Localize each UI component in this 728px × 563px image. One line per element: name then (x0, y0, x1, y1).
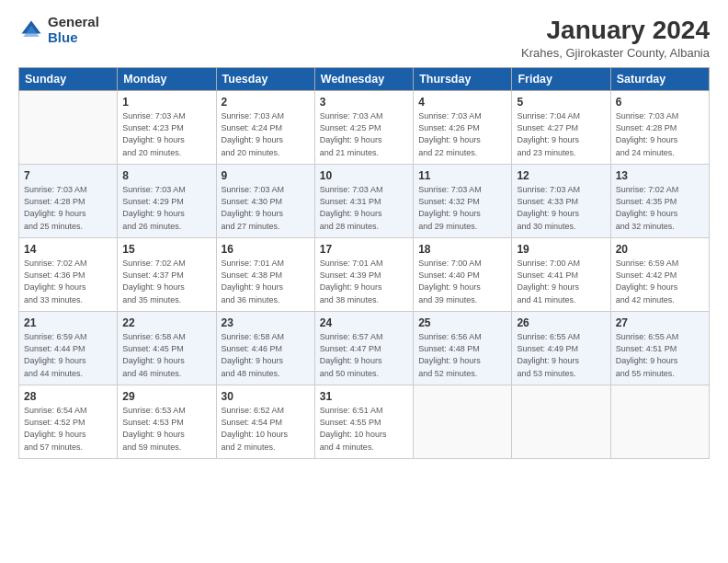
day-info: Sunrise: 6:51 AM Sunset: 4:55 PM Dayligh… (320, 405, 408, 453)
day-info: Sunrise: 7:03 AM Sunset: 4:31 PM Dayligh… (320, 184, 408, 232)
day-number: 25 (418, 316, 506, 331)
calendar-day-cell: 24Sunrise: 6:57 AM Sunset: 4:47 PM Dayli… (314, 311, 413, 385)
calendar-day-cell: 28Sunrise: 6:54 AM Sunset: 4:52 PM Dayli… (19, 385, 118, 458)
calendar-day-cell: 25Sunrise: 6:56 AM Sunset: 4:48 PM Dayli… (414, 311, 512, 385)
calendar-day-cell (414, 385, 512, 458)
day-info: Sunrise: 6:55 AM Sunset: 4:51 PM Dayligh… (616, 331, 704, 379)
calendar-day-cell: 8Sunrise: 7:03 AM Sunset: 4:29 PM Daylig… (118, 164, 216, 237)
calendar-day-cell: 21Sunrise: 6:59 AM Sunset: 4:44 PM Dayli… (19, 311, 118, 385)
day-info: Sunrise: 7:03 AM Sunset: 4:33 PM Dayligh… (517, 184, 605, 232)
day-info: Sunrise: 7:02 AM Sunset: 4:35 PM Dayligh… (616, 184, 704, 232)
day-number: 14 (24, 242, 112, 258)
day-info: Sunrise: 7:00 AM Sunset: 4:41 PM Dayligh… (517, 258, 605, 305)
day-number: 5 (517, 95, 605, 110)
day-number: 20 (616, 242, 704, 258)
calendar-day-cell (610, 385, 709, 458)
calendar-table: SundayMondayTuesdayWednesdayThursdayFrid… (18, 67, 710, 459)
calendar-day-cell: 12Sunrise: 7:03 AM Sunset: 4:33 PM Dayli… (512, 164, 610, 237)
day-number: 10 (320, 168, 408, 184)
day-header: Sunday (19, 67, 118, 90)
header: General Blue January 2024 Krahes, Gjirok… (18, 15, 710, 60)
day-info: Sunrise: 6:59 AM Sunset: 4:42 PM Dayligh… (616, 258, 704, 305)
day-info: Sunrise: 7:03 AM Sunset: 4:26 PM Dayligh… (418, 110, 506, 158)
day-number: 15 (122, 242, 210, 258)
calendar-day-cell: 27Sunrise: 6:55 AM Sunset: 4:51 PM Dayli… (610, 311, 709, 385)
day-header: Wednesday (314, 67, 413, 90)
day-info: Sunrise: 7:02 AM Sunset: 4:36 PM Dayligh… (24, 258, 112, 305)
calendar-header-row: SundayMondayTuesdayWednesdayThursdayFrid… (19, 67, 710, 90)
day-number: 31 (320, 389, 408, 405)
calendar-day-cell: 14Sunrise: 7:02 AM Sunset: 4:36 PM Dayli… (19, 237, 118, 311)
day-number: 8 (122, 168, 210, 184)
day-info: Sunrise: 7:03 AM Sunset: 4:25 PM Dayligh… (320, 110, 408, 158)
logo: General Blue (18, 15, 99, 45)
day-info: Sunrise: 7:03 AM Sunset: 4:28 PM Dayligh… (24, 184, 112, 232)
day-info: Sunrise: 7:03 AM Sunset: 4:29 PM Dayligh… (122, 184, 210, 232)
day-number: 16 (222, 242, 310, 258)
calendar-day-cell: 15Sunrise: 7:02 AM Sunset: 4:37 PM Dayli… (118, 237, 216, 311)
calendar-day-cell: 31Sunrise: 6:51 AM Sunset: 4:55 PM Dayli… (314, 385, 413, 458)
calendar-day-cell: 11Sunrise: 7:03 AM Sunset: 4:32 PM Dayli… (414, 164, 512, 237)
logo-text: General Blue (48, 15, 99, 45)
day-number: 22 (122, 316, 210, 331)
day-number: 27 (616, 316, 704, 331)
day-number: 26 (517, 316, 605, 331)
calendar-day-cell: 13Sunrise: 7:02 AM Sunset: 4:35 PM Dayli… (610, 164, 709, 237)
day-number: 28 (24, 389, 112, 405)
day-info: Sunrise: 6:54 AM Sunset: 4:52 PM Dayligh… (24, 405, 112, 453)
day-number: 11 (418, 168, 506, 184)
calendar-day-cell: 1Sunrise: 7:03 AM Sunset: 4:23 PM Daylig… (118, 90, 216, 164)
calendar-day-cell (19, 90, 118, 164)
calendar-day-cell: 2Sunrise: 7:03 AM Sunset: 4:24 PM Daylig… (216, 90, 314, 164)
day-number: 29 (122, 389, 210, 405)
day-info: Sunrise: 6:52 AM Sunset: 4:54 PM Dayligh… (222, 405, 310, 453)
title-block: January 2024 Krahes, Gjirokaster County,… (521, 15, 710, 60)
day-number: 18 (418, 242, 506, 258)
subtitle: Krahes, Gjirokaster County, Albania (521, 46, 710, 60)
day-info: Sunrise: 6:56 AM Sunset: 4:48 PM Dayligh… (418, 331, 506, 379)
day-info: Sunrise: 7:03 AM Sunset: 4:32 PM Dayligh… (418, 184, 506, 232)
calendar-day-cell: 9Sunrise: 7:03 AM Sunset: 4:30 PM Daylig… (216, 164, 314, 237)
calendar-day-cell: 26Sunrise: 6:55 AM Sunset: 4:49 PM Dayli… (512, 311, 610, 385)
day-info: Sunrise: 7:03 AM Sunset: 4:24 PM Dayligh… (222, 110, 310, 158)
day-info: Sunrise: 7:03 AM Sunset: 4:23 PM Dayligh… (122, 110, 210, 158)
day-info: Sunrise: 6:58 AM Sunset: 4:46 PM Dayligh… (222, 331, 310, 379)
day-info: Sunrise: 6:58 AM Sunset: 4:45 PM Dayligh… (122, 331, 210, 379)
day-number: 21 (24, 316, 112, 331)
day-number: 13 (616, 168, 704, 184)
calendar-day-cell: 6Sunrise: 7:03 AM Sunset: 4:28 PM Daylig… (610, 90, 709, 164)
day-info: Sunrise: 7:04 AM Sunset: 4:27 PM Dayligh… (517, 110, 605, 158)
day-info: Sunrise: 7:01 AM Sunset: 4:38 PM Dayligh… (222, 258, 310, 305)
day-info: Sunrise: 7:01 AM Sunset: 4:39 PM Dayligh… (320, 258, 408, 305)
logo-general: General (48, 15, 99, 30)
calendar-day-cell: 3Sunrise: 7:03 AM Sunset: 4:25 PM Daylig… (314, 90, 413, 164)
calendar-day-cell: 22Sunrise: 6:58 AM Sunset: 4:45 PM Dayli… (118, 311, 216, 385)
calendar-day-cell: 18Sunrise: 7:00 AM Sunset: 4:40 PM Dayli… (414, 237, 512, 311)
calendar-week-row: 14Sunrise: 7:02 AM Sunset: 4:36 PM Dayli… (19, 237, 710, 311)
calendar-week-row: 7Sunrise: 7:03 AM Sunset: 4:28 PM Daylig… (19, 164, 710, 237)
day-number: 1 (122, 95, 210, 110)
day-number: 19 (517, 242, 605, 258)
day-number: 23 (222, 316, 310, 331)
calendar-day-cell: 29Sunrise: 6:53 AM Sunset: 4:53 PM Dayli… (118, 385, 216, 458)
calendar-week-row: 28Sunrise: 6:54 AM Sunset: 4:52 PM Dayli… (19, 385, 710, 458)
day-info: Sunrise: 6:55 AM Sunset: 4:49 PM Dayligh… (517, 331, 605, 379)
day-info: Sunrise: 7:03 AM Sunset: 4:28 PM Dayligh… (616, 110, 704, 158)
calendar-week-row: 1Sunrise: 7:03 AM Sunset: 4:23 PM Daylig… (19, 90, 710, 164)
day-number: 17 (320, 242, 408, 258)
day-number: 30 (222, 389, 310, 405)
day-header: Monday (118, 67, 216, 90)
day-info: Sunrise: 6:57 AM Sunset: 4:47 PM Dayligh… (320, 331, 408, 379)
day-info: Sunrise: 6:59 AM Sunset: 4:44 PM Dayligh… (24, 331, 112, 379)
calendar-day-cell: 10Sunrise: 7:03 AM Sunset: 4:31 PM Dayli… (314, 164, 413, 237)
day-info: Sunrise: 7:02 AM Sunset: 4:37 PM Dayligh… (122, 258, 210, 305)
day-number: 9 (222, 168, 310, 184)
day-header: Saturday (610, 67, 709, 90)
calendar-day-cell: 20Sunrise: 6:59 AM Sunset: 4:42 PM Dayli… (610, 237, 709, 311)
day-number: 6 (616, 95, 704, 110)
calendar-day-cell: 5Sunrise: 7:04 AM Sunset: 4:27 PM Daylig… (512, 90, 610, 164)
day-number: 4 (418, 95, 506, 110)
day-number: 3 (320, 95, 408, 110)
day-info: Sunrise: 7:03 AM Sunset: 4:30 PM Dayligh… (222, 184, 310, 232)
calendar-day-cell: 16Sunrise: 7:01 AM Sunset: 4:38 PM Dayli… (216, 237, 314, 311)
